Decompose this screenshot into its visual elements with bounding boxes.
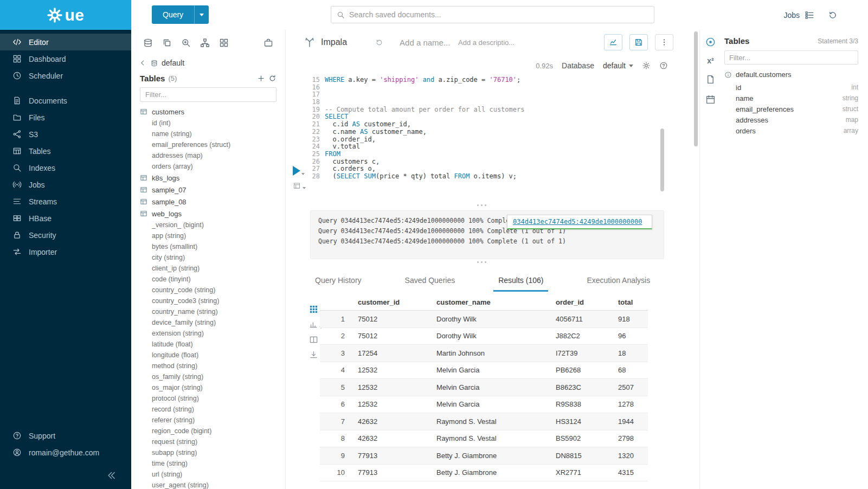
resize-handle-editor[interactable] <box>286 202 678 208</box>
column-item[interactable]: app (string) <box>140 230 285 241</box>
column-item[interactable]: record (string) <box>140 404 285 415</box>
columns-button[interactable] <box>309 335 318 344</box>
code-line-text[interactable]: c.name AS customer_name, <box>320 128 427 136</box>
table-row[interactable]: 842632Raymond S. VestalBS59022798 <box>320 430 648 448</box>
query-dropdown-button[interactable] <box>194 5 209 24</box>
code-line-text[interactable]: WHERE a.key = 'shipping' and a.zip_code … <box>320 76 520 84</box>
column-item[interactable]: subapp (string) <box>140 447 285 458</box>
breadcrumb-database[interactable]: default <box>162 59 184 67</box>
nav-item-files[interactable]: Files <box>0 109 131 126</box>
nav-item-support[interactable]: Support <box>0 427 131 444</box>
table-item[interactable]: sample_08 <box>140 196 285 208</box>
column-item[interactable]: os_major (string) <box>140 382 285 393</box>
table-row[interactable]: 317254Martin JohnsonI72T3918 <box>320 345 648 362</box>
databases-icon[interactable] <box>143 38 153 48</box>
query-button[interactable]: Query <box>152 5 194 24</box>
right-filter-input[interactable] <box>724 50 858 65</box>
table-row[interactable]: 612532Melvin GarciaR9S8381278 <box>320 396 648 414</box>
column-item[interactable]: protocol (string) <box>140 393 285 404</box>
query-id-link[interactable]: 034d413ec7474ed5:4249de1000000000 <box>513 218 642 226</box>
schedule-icon[interactable] <box>705 94 716 105</box>
nav-item-importer[interactable]: Importer <box>0 243 131 260</box>
database-select[interactable]: default <box>603 61 633 70</box>
query-name-input[interactable] <box>400 38 454 47</box>
table-item[interactable]: sample_07 <box>140 184 285 196</box>
column-item[interactable]: addresses (map) <box>140 150 285 161</box>
nav-item-indexes[interactable]: Indexes <box>0 159 131 176</box>
column-item[interactable]: request (string) <box>140 436 285 447</box>
column-item[interactable]: latitude (float) <box>140 339 285 350</box>
search-input[interactable] <box>349 10 648 19</box>
query-description-input[interactable] <box>458 38 520 47</box>
column-item[interactable]: longitude (float) <box>140 350 285 361</box>
table-item[interactable]: customers <box>140 106 285 118</box>
nav-item-s3[interactable]: S3 <box>0 126 131 143</box>
nav-item-hbase[interactable]: HBase <box>0 210 131 227</box>
resize-handle-results[interactable] <box>286 259 678 265</box>
column-item[interactable]: city (string) <box>140 252 285 263</box>
column-item[interactable]: name (string) <box>140 128 285 139</box>
column-item[interactable]: orders (array) <box>140 161 285 172</box>
code-line-text[interactable] <box>320 99 325 106</box>
help-icon[interactable] <box>659 61 668 70</box>
column-item[interactable]: extension (string) <box>140 328 285 339</box>
column-item[interactable]: namestring <box>724 93 858 104</box>
column-item[interactable]: device_family (string) <box>140 317 285 328</box>
tab-query-history[interactable]: Query History <box>310 276 367 292</box>
column-item[interactable]: region_code (bigint) <box>140 426 285 436</box>
table-item[interactable]: web_logs <box>140 208 285 220</box>
column-item[interactable]: email_preferencesstruct <box>724 104 858 114</box>
code-line-text[interactable]: v.total <box>320 143 360 151</box>
nav-item-security[interactable]: Security <box>0 227 131 243</box>
table-item[interactable]: k8s_logs <box>140 172 285 184</box>
column-item[interactable]: user_agent (string) <box>140 480 285 489</box>
table-row[interactable]: 1077913Betty J. GiambroneXR27714315 <box>320 465 648 482</box>
settings-gear-icon[interactable] <box>642 61 651 70</box>
grid-view-button[interactable] <box>309 305 318 314</box>
nav-item-user[interactable]: romain@gethue.com <box>0 444 131 461</box>
back-chevron-icon[interactable] <box>138 59 147 67</box>
query-history-icon[interactable] <box>375 38 383 47</box>
collapse-sidebar-icon[interactable] <box>105 469 117 481</box>
column-item[interactable]: referer (string) <box>140 415 285 426</box>
table-row[interactable]: 412532Melvin GarciaPB626868 <box>320 362 648 379</box>
explain-button[interactable] <box>293 182 306 190</box>
tab-saved-queries[interactable]: Saved Queries <box>400 276 460 292</box>
jobs-link[interactable]: Jobs <box>783 11 800 20</box>
chart-button[interactable] <box>604 34 622 50</box>
column-item[interactable]: email_preferences (struct) <box>140 139 285 150</box>
code-line-text[interactable]: c.orders o, <box>320 165 376 173</box>
column-item[interactable]: client_ip (string) <box>140 263 285 274</box>
quick-actions-icon[interactable] <box>705 37 716 47</box>
code-line-text[interactable]: -- Compute total amount per order for al… <box>320 106 524 114</box>
code-line-text[interactable] <box>320 84 325 92</box>
column-item[interactable]: code (tinyint) <box>140 274 285 285</box>
column-item[interactable]: country_code (string) <box>140 285 285 295</box>
code-line-text[interactable]: o.order_id, <box>320 136 376 144</box>
main-scrollbar[interactable] <box>694 31 698 146</box>
column-item[interactable]: url (string) <box>140 469 285 480</box>
column-item[interactable]: id (int) <box>140 118 285 128</box>
refresh-icon[interactable] <box>268 74 277 82</box>
sql-editor[interactable]: 15WHERE a.key = 'shipping' and a.zip_cod… <box>286 76 678 185</box>
nav-item-streams[interactable]: Streams <box>0 193 131 210</box>
code-line-text[interactable]: SELECT <box>320 113 348 121</box>
column-item[interactable]: ordersarray <box>724 125 858 136</box>
editor-scrollbar[interactable] <box>660 128 664 191</box>
download-button[interactable] <box>309 350 318 359</box>
documents-copy-icon[interactable] <box>162 38 172 48</box>
code-line-text[interactable]: customers c, <box>320 158 380 166</box>
tab-execution-analysis[interactable]: Execution Analysis <box>582 276 655 292</box>
history-icon[interactable] <box>828 10 838 20</box>
briefcase-icon[interactable] <box>263 38 273 48</box>
zoom-in-icon[interactable] <box>181 38 191 48</box>
execute-button[interactable] <box>293 166 305 176</box>
column-item[interactable]: idint <box>724 82 858 93</box>
sitemap-icon[interactable] <box>200 38 210 48</box>
hue-logo[interactable]: ue <box>0 0 131 30</box>
more-actions-button[interactable] <box>655 34 673 50</box>
code-line-text[interactable]: (SELECT SUM(price * qty) total FROM o.it… <box>320 173 517 181</box>
nav-item-jobs[interactable]: Jobs <box>0 176 131 193</box>
column-item[interactable]: addressesmap <box>724 114 858 125</box>
column-item[interactable]: country_name (string) <box>140 306 285 317</box>
